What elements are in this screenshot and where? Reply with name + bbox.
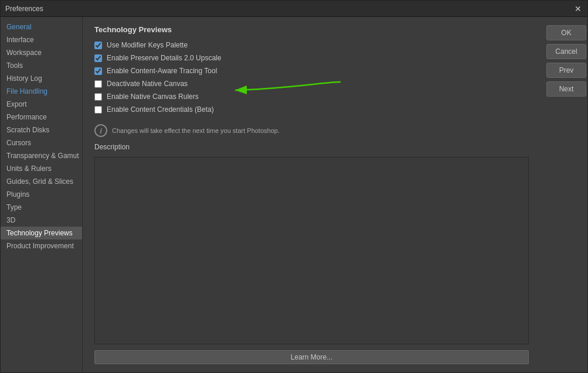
sidebar-item-workspace[interactable]: Workspace bbox=[1, 46, 82, 59]
checkbox-row-deactivate-native: Deactivate Native Canvas bbox=[94, 80, 529, 88]
sidebar-item-plugins[interactable]: Plugins bbox=[1, 188, 82, 201]
sidebar-item-history-log[interactable]: History Log bbox=[1, 72, 82, 85]
main-content: Technology Previews Use Modifier Keys Pa… bbox=[83, 17, 541, 372]
checkbox-content-credentials[interactable] bbox=[94, 106, 102, 114]
checkbox-label-preserve-details[interactable]: Enable Preserve Details 2.0 Upscale bbox=[107, 54, 221, 62]
sidebar-item-general[interactable]: General bbox=[1, 20, 82, 33]
checkbox-row-content-aware: Enable Content-Aware Tracing Tool bbox=[94, 67, 529, 75]
sidebar-item-tools[interactable]: Tools bbox=[1, 59, 82, 72]
checkbox-native-rulers[interactable] bbox=[94, 93, 102, 101]
title-bar: Preferences ✕ bbox=[1, 1, 587, 17]
sidebar-item-interface[interactable]: Interface bbox=[1, 33, 82, 46]
checkbox-row-preserve-details: Enable Preserve Details 2.0 Upscale bbox=[94, 54, 529, 62]
close-button[interactable]: ✕ bbox=[573, 4, 583, 13]
checkbox-content-aware[interactable] bbox=[94, 67, 102, 75]
checkbox-row-modifier-keys: Use Modifier Keys Palette bbox=[94, 41, 529, 49]
checkbox-modifier-keys[interactable] bbox=[94, 42, 102, 49]
sidebar-item-guides-grid-slices[interactable]: Guides, Grid & Slices bbox=[1, 175, 82, 188]
sidebar: General Interface Workspace Tools Histor… bbox=[1, 17, 83, 372]
sidebar-item-transparency-gamut[interactable]: Transparency & Gamut bbox=[1, 149, 82, 162]
sidebar-item-units-rulers[interactable]: Units & Rulers bbox=[1, 162, 82, 175]
sidebar-item-scratch-disks[interactable]: Scratch Disks bbox=[1, 124, 82, 136]
learn-more-button[interactable]: Learn More... bbox=[94, 350, 529, 364]
checkbox-preserve-details[interactable] bbox=[94, 54, 102, 62]
sidebar-item-performance[interactable]: Performance bbox=[1, 111, 82, 124]
checkbox-label-deactivate-native[interactable]: Deactivate Native Canvas bbox=[107, 80, 188, 88]
description-label: Description bbox=[94, 143, 529, 151]
cancel-button[interactable]: Cancel bbox=[546, 44, 586, 59]
checkbox-label-content-credentials[interactable]: Enable Content Credentials (Beta) bbox=[107, 105, 214, 114]
info-message: Changes will take effect the next time y… bbox=[112, 127, 280, 134]
next-button[interactable]: Next bbox=[546, 81, 586, 97]
checkbox-label-native-rulers[interactable]: Enable Native Canvas Rulers bbox=[107, 93, 199, 101]
sidebar-item-3d[interactable]: 3D bbox=[1, 214, 82, 227]
ok-button[interactable]: OK bbox=[546, 25, 586, 40]
checkbox-row-content-credentials: Enable Content Credentials (Beta) bbox=[94, 105, 529, 114]
info-icon: i bbox=[94, 124, 107, 137]
arrow-annotation bbox=[229, 77, 346, 107]
checkbox-label-content-aware[interactable]: Enable Content-Aware Tracing Tool bbox=[107, 67, 217, 75]
info-row: i Changes will take effect the next time… bbox=[94, 124, 529, 137]
dialog-title: Preferences bbox=[5, 5, 43, 13]
prev-button[interactable]: Prev bbox=[546, 63, 586, 78]
sidebar-item-file-handling[interactable]: File Handling bbox=[1, 85, 82, 98]
sidebar-item-type[interactable]: Type bbox=[1, 201, 82, 214]
checkbox-deactivate-native[interactable] bbox=[94, 80, 102, 88]
sidebar-item-export[interactable]: Export bbox=[1, 98, 82, 111]
sidebar-item-technology-previews[interactable]: Technology Previews bbox=[1, 227, 82, 239]
right-buttons-panel: OK Cancel Prev Next bbox=[541, 17, 587, 372]
checkbox-row-native-rulers: Enable Native Canvas Rulers bbox=[94, 93, 529, 101]
checkbox-label-modifier-keys[interactable]: Use Modifier Keys Palette bbox=[107, 41, 188, 49]
dialog-body: General Interface Workspace Tools Histor… bbox=[1, 17, 587, 372]
section-title: Technology Previews bbox=[94, 25, 529, 34]
preferences-dialog: Preferences ✕ General Interface Workspac… bbox=[0, 0, 588, 373]
description-box bbox=[94, 157, 529, 344]
sidebar-item-cursors[interactable]: Cursors bbox=[1, 136, 82, 149]
sidebar-item-product-improvement[interactable]: Product Improvement bbox=[1, 239, 82, 252]
